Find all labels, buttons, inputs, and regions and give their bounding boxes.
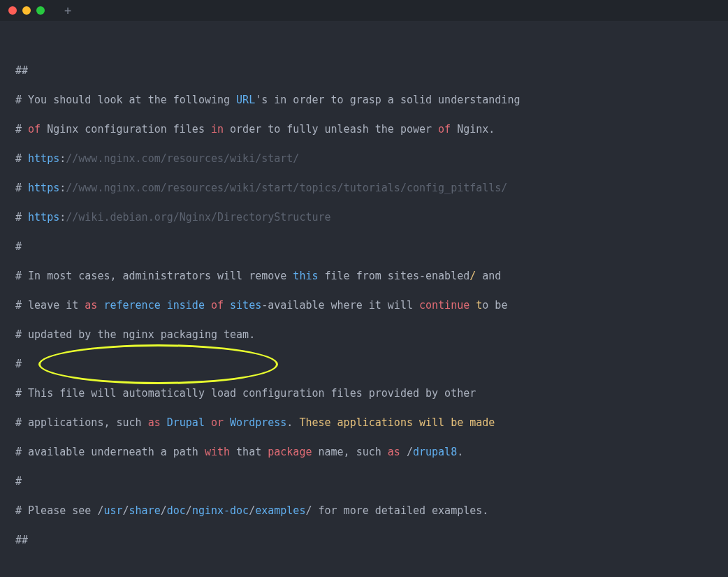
code-line: # applications, such as Drupal or Wordpr… (15, 416, 728, 430)
code-editor[interactable]: ## # You should look at the following UR… (0, 21, 728, 577)
code-line: # (15, 357, 728, 372)
maximize-icon[interactable] (36, 6, 45, 15)
code-line: # (15, 474, 728, 489)
minimize-icon[interactable] (22, 6, 31, 15)
code-line: ## (15, 64, 728, 78)
close-icon[interactable] (8, 6, 17, 15)
titlebar: + (0, 0, 728, 21)
code-line: # Please see /usr/share/doc/nginx-doc/ex… (15, 504, 728, 518)
code-line: # You should look at the following URL's… (15, 93, 728, 108)
code-line: # https://www.nginx.com/resources/wiki/s… (15, 181, 728, 196)
code-line: # leave it as reference inside of sites-… (15, 298, 728, 313)
code-line: # In most cases, administrators will rem… (15, 269, 728, 284)
code-line: # of Nginx configuration files in order … (15, 122, 728, 137)
code-line: # https://www.nginx.com/resources/wiki/s… (15, 152, 728, 166)
code-line: # available underneath a path with that … (15, 445, 728, 460)
code-line (15, 562, 728, 577)
new-tab-button[interactable]: + (64, 5, 71, 17)
code-line: # This file will automatically load conf… (15, 386, 728, 401)
code-line: # https://wiki.debian.org/Nginx/Director… (15, 210, 728, 225)
code-line: # (15, 240, 728, 254)
code-line: # updated by the nginx packaging team. (15, 328, 728, 342)
code-line: ## (15, 533, 728, 548)
